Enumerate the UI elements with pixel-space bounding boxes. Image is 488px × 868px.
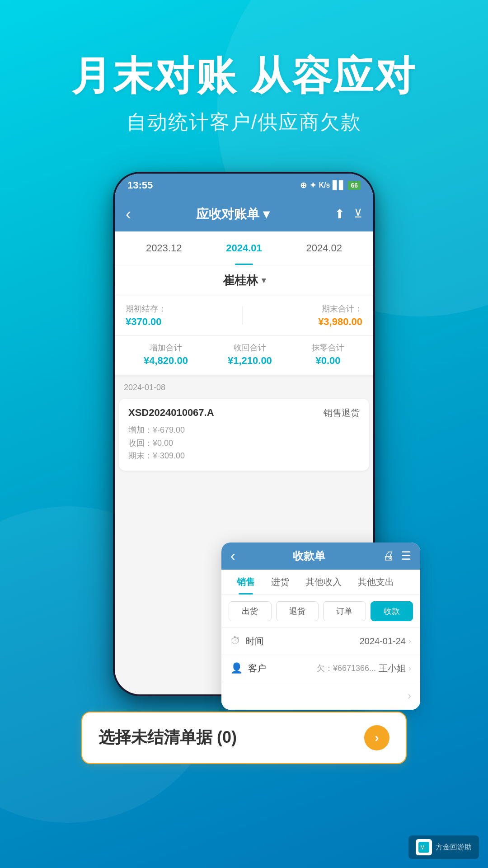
watermark-text: 方金回游助 <box>436 843 472 852</box>
transaction-header: XSD2024010067.A 销售退货 <box>128 407 360 419</box>
closing-stat: 期末合计： ¥3,980.00 <box>318 303 362 328</box>
header-section: 月末对账 从容应对 自动统计客户/供应商欠款 <box>71 0 417 136</box>
date-tab-2024-02[interactable]: 2024.02 <box>299 240 350 257</box>
outgoing-button[interactable]: 出货 <box>229 601 272 621</box>
svg-text:M: M <box>420 844 425 851</box>
menu-icon[interactable]: ☰ <box>401 549 411 563</box>
bluetooth-icon: ⊕ <box>300 180 307 190</box>
return-button[interactable]: 退货 <box>276 601 319 621</box>
overlay-header: ‹ 收款单 🖨 ☰ <box>221 542 420 570</box>
page-container: 月末对账 从容应对 自动统计客户/供应商欠款 13:55 ⊕ ✦ K/s ▋▋ … <box>0 0 488 868</box>
increase-stat: 增加合计 ¥4,820.00 <box>144 342 188 367</box>
zero-stat: 抹零合计 ¥0.00 <box>312 342 344 367</box>
action-buttons: 出货 退货 订单 收款 <box>221 595 420 628</box>
transaction-recover: 收回：¥0.00 <box>128 437 360 450</box>
customer-dropdown-icon[interactable]: ▾ <box>262 275 266 285</box>
closing-value: ¥3,980.00 <box>318 316 362 328</box>
print-icon[interactable]: 🖨 <box>383 549 394 563</box>
overlay-card: ‹ 收款单 🖨 ☰ 销售 进货 其他收入 其他支出 出货 退货 订单 收款 <box>221 542 420 710</box>
time-icon: ⏱ <box>230 635 240 647</box>
status-bar: 13:55 ⊕ ✦ K/s ▋▋ 66 <box>115 174 373 197</box>
bottom-orange-card[interactable]: 选择未结清单据 (0) › <box>81 712 407 764</box>
watermark-icon: M <box>416 839 432 855</box>
bottom-card-arrow[interactable]: › <box>364 725 389 750</box>
app-header: ‹ 应收对账单 ▾ ⬆ ⊻ <box>115 197 373 231</box>
overlay-title: 收款单 <box>293 549 325 563</box>
payment-button[interactable]: 收款 <box>371 601 413 621</box>
tab-purchase[interactable]: 进货 <box>263 570 297 594</box>
extra-row-arrow: › <box>408 689 411 702</box>
customer-arrow-icon: › <box>408 664 411 673</box>
transaction-detail: 增加：¥-679.00 收回：¥0.00 期末：¥-309.00 <box>128 424 360 462</box>
overlay-tabs: 销售 进货 其他收入 其他支出 <box>221 570 420 595</box>
tab-sales[interactable]: 销售 <box>229 570 263 594</box>
transaction-increase: 增加：¥-679.00 <box>128 424 360 437</box>
customer-form-row: 👤 客户 欠：¥6671366... 王小姐 › <box>221 655 420 682</box>
transaction-card[interactable]: XSD2024010067.A 销售退货 增加：¥-679.00 收回：¥0.0… <box>119 399 369 471</box>
opening-label: 期初结存： <box>126 303 166 314</box>
increase-label: 增加合计 <box>144 342 188 353</box>
wifi-icon: K/s <box>319 181 330 189</box>
header-title-container: 应收对账单 ▾ <box>196 206 269 223</box>
recover-label: 收回合计 <box>228 342 272 353</box>
header-actions: ⬆ ⊻ <box>334 207 362 222</box>
bottom-card-text: 选择未结清单据 (0) <box>99 726 237 749</box>
arrow-icon: › <box>375 731 379 745</box>
overlay-actions: 🖨 ☰ <box>383 549 411 563</box>
dropdown-icon[interactable]: ▾ <box>263 207 269 222</box>
extra-row: › <box>221 682 420 710</box>
date-tabs: 2023.12 2024.01 2024.02 <box>115 231 373 265</box>
customer-row: 崔桂林 ▾ <box>115 265 373 296</box>
app-title: 应收对账单 <box>196 206 259 223</box>
watermark: M 方金回游助 <box>408 835 479 859</box>
transaction-period-end: 期末：¥-309.00 <box>128 449 360 462</box>
period-divider <box>242 307 243 325</box>
sub-title: 自动统计客户/供应商欠款 <box>71 109 417 136</box>
date-section: 2024-01-08 <box>115 377 373 396</box>
increase-value: ¥4,820.00 <box>144 355 188 367</box>
date-tab-2024-01[interactable]: 2024.01 <box>219 240 269 257</box>
main-title: 月末对账 从容应对 <box>71 54 417 98</box>
detail-stats: 增加合计 ¥4,820.00 收回合计 ¥1,210.00 抹零合计 ¥0.00 <box>115 336 373 375</box>
recover-stat: 收回合计 ¥1,210.00 <box>228 342 272 367</box>
time-row: ⏱ 时间 2024-01-24 › <box>221 628 420 655</box>
overlay-back-button[interactable]: ‹ <box>230 547 235 564</box>
app-content: 2023.12 2024.01 2024.02 崔桂林 ▾ 期初结存： ¥370… <box>115 231 373 478</box>
period-stats-row: 期初结存： ¥370.00 期末合计： ¥3,980.00 <box>115 296 373 335</box>
time-arrow-icon: › <box>408 637 411 646</box>
customer-debt: 欠：¥6671366... <box>317 663 376 674</box>
transaction-date: 2024-01-08 <box>124 383 165 392</box>
tab-other-income[interactable]: 其他收入 <box>297 570 350 594</box>
battery-icon: 66 <box>348 181 361 190</box>
customer-form-value[interactable]: 欠：¥6671366... 王小姐 › <box>317 662 411 675</box>
phone-wrapper: 13:55 ⊕ ✦ K/s ▋▋ 66 ‹ 应收对账单 ▾ <box>68 172 420 760</box>
transaction-id: XSD2024010067.A <box>128 407 214 419</box>
cellular-icon: ▋▋ <box>333 180 345 190</box>
zero-value: ¥0.00 <box>312 355 344 367</box>
zero-label: 抹零合计 <box>312 342 344 353</box>
signal-icon: ✦ <box>310 180 316 190</box>
status-icons: ⊕ ✦ K/s ▋▋ 66 <box>300 180 361 190</box>
date-tab-2023-12[interactable]: 2023.12 <box>139 240 189 257</box>
opening-value: ¥370.00 <box>126 316 166 328</box>
customer-name-value: 王小姐 <box>379 662 406 675</box>
customer-icon: 👤 <box>230 662 243 674</box>
back-button[interactable]: ‹ <box>126 205 131 224</box>
customer-form-label: 客户 <box>248 662 317 675</box>
time-value[interactable]: 2024-01-24 › <box>360 636 411 646</box>
opening-stat: 期初结存： ¥370.00 <box>126 303 166 328</box>
customer-name: 崔桂林 <box>223 273 258 288</box>
order-button[interactable]: 订单 <box>323 601 366 621</box>
transaction-type: 销售退货 <box>324 407 360 419</box>
share-button[interactable]: ⬆ <box>334 207 345 222</box>
recover-value: ¥1,210.00 <box>228 355 272 367</box>
time-label: 时间 <box>246 635 360 647</box>
tab-other-expense[interactable]: 其他支出 <box>350 570 402 594</box>
closing-label: 期末合计： <box>318 303 362 314</box>
filter-button[interactable]: ⊻ <box>354 207 362 222</box>
status-time: 13:55 <box>127 179 153 191</box>
